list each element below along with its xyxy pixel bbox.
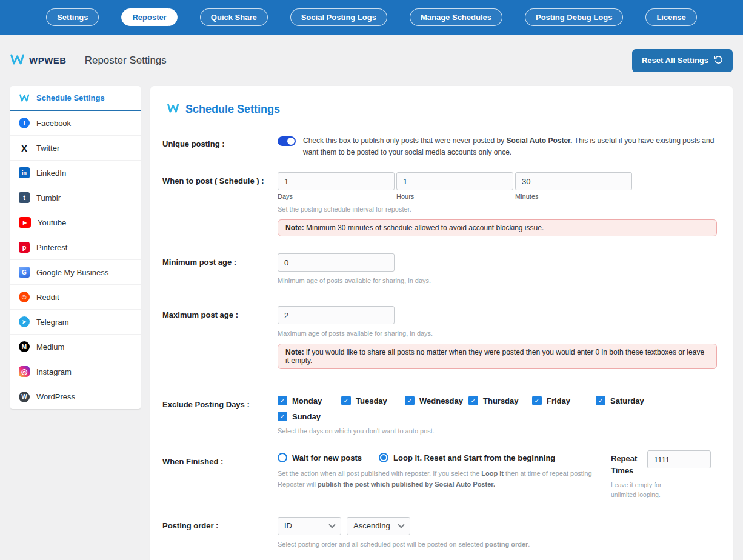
day-label: Friday [547,396,570,405]
direction-value: Ascending [353,521,390,530]
posting-order-row: Posting order : ID Ascending Select post… [162,517,717,548]
sidebar-item-pinterest[interactable]: p Pinterest [10,235,141,260]
topnav-item-manage-schedules[interactable]: Manage Schedules [410,8,502,26]
sidebar-item-label: Instagram [36,367,72,376]
maximum-post-age-row: Maximum post age : Maximum age of posts … [162,306,717,369]
topnav-item-reposter[interactable]: Reposter [121,8,177,26]
order-by-select[interactable]: ID [278,517,341,535]
checkbox-checked-icon: ✓ [405,396,415,405]
repeat-times-block: Repeat Times Leave it empty for unlimite… [611,450,717,500]
topnav-item-license[interactable]: License [645,8,696,26]
sidebar-item-schedule-settings[interactable]: Schedule Settings [10,86,141,111]
minimum-post-age-input[interactable] [278,253,395,272]
reddit-icon: ☺ [19,292,30,302]
reset-icon [714,55,723,66]
maximum-post-age-label: Maximum post age : [162,306,278,369]
wpweb-w-icon [19,93,30,104]
medium-icon: M [19,341,30,352]
schedule-settings-panel: Schedule Settings Unique posting : Check… [150,86,733,560]
radio-icon [278,453,287,462]
sidebar-item-label: Twitter [36,144,59,153]
unique-posting-description: Check this box to publish only posts tha… [303,135,717,158]
hours-unit-label: Hours [396,193,513,200]
checkbox-checked-icon: ✓ [532,396,542,405]
posting-order-label: Posting order : [162,517,278,548]
maximum-post-age-hint: Maximum age of posts available for shari… [278,330,717,337]
hours-input[interactable] [396,172,513,190]
order-by-value: ID [284,521,292,530]
minutes-input[interactable] [515,172,632,190]
day-label: Wednesday [419,396,463,405]
checkbox-tuesday[interactable]: ✓ Tuesday [341,396,405,405]
topnav-item-posting-debug-logs[interactable]: Posting Debug Logs [525,8,623,26]
checkbox-sunday[interactable]: ✓ Sunday [278,412,341,421]
radio-selected-icon [379,453,388,462]
day-label: Thursday [483,396,519,405]
settings-sidebar: Schedule Settings f Facebook X Twitter i… [10,86,141,409]
panel-title: Schedule Settings [167,103,717,116]
radio-loop-it[interactable]: Loop it. Reset and Start from the beginn… [379,453,555,462]
day-label: Monday [292,396,322,405]
exclude-posting-days-row: Exclude Posting Days : ✓ Monday ✓ Tuesda… [162,396,717,435]
exclude-posting-days-label: Exclude Posting Days : [162,396,278,435]
schedule-note: Note: Minimum 30 minutes of schedule all… [278,219,717,236]
sidebar-item-google-my-business[interactable]: G Google My Business [10,260,141,285]
exclude-days-hint: Select the days on which you don't want … [278,427,717,435]
sidebar-item-medium[interactable]: M Medium [10,335,141,359]
radio-label: Loop it. Reset and Start from the beginn… [393,453,555,462]
reset-all-settings-button[interactable]: Reset All Settings [632,49,733,72]
sidebar-item-instagram[interactable]: ◎ Instagram [10,359,141,384]
direction-select[interactable]: Ascending [347,517,410,535]
topnav-item-social-posting-logs[interactable]: Social Posting Logs [290,8,387,26]
minutes-unit-label: Minutes [515,193,632,200]
unique-posting-label: Unique posting : [162,135,278,158]
sidebar-item-label: Tumblr [36,193,61,202]
minimum-post-age-label: Minimum post age : [162,253,278,284]
sidebar-item-label: Reddit [36,293,59,302]
checkbox-friday[interactable]: ✓ Friday [532,396,596,405]
maximum-post-age-input[interactable] [278,306,395,324]
wpweb-w-icon [10,54,25,67]
chevron-down-icon [398,521,404,528]
sidebar-item-label: LinkedIn [36,168,66,178]
sidebar-item-youtube[interactable]: ▶ Youtube [10,210,141,235]
sidebar-item-label: Telegram [36,318,68,327]
top-navigation: Settings Reposter Quick Share Social Pos… [0,0,743,35]
sidebar-item-label: Schedule Settings [36,93,105,102]
when-finished-row: When Finished : Wait for new posts Loop … [162,453,717,500]
sidebar-item-label: Facebook [36,119,71,128]
sidebar-item-wordpress[interactable]: W WordPress [10,384,141,409]
unique-posting-row: Unique posting : Check this box to publi… [162,135,717,158]
maximum-post-age-note: Note: if you would like to share all pos… [278,344,717,369]
repeat-times-input[interactable] [647,450,711,468]
checkbox-thursday[interactable]: ✓ Thursday [468,396,532,405]
radio-wait-for-new-posts[interactable]: Wait for new posts [278,453,362,462]
sidebar-item-linkedin[interactable]: in LinkedIn [10,161,141,185]
sidebar-item-label: Pinterest [36,243,67,252]
topnav-item-quick-share[interactable]: Quick Share [200,8,268,26]
checkbox-checked-icon: ✓ [596,396,605,405]
sidebar-item-telegram[interactable]: ➤ Telegram [10,310,141,335]
tumblr-icon: t [19,192,30,203]
youtube-icon: ▶ [19,217,31,228]
sidebar-item-twitter[interactable]: X Twitter [10,136,141,161]
google-my-business-icon: G [19,267,30,278]
days-unit-label: Days [278,193,395,200]
linkedin-icon: in [19,167,30,178]
facebook-icon: f [19,118,30,128]
brand-text: WPWEB [29,55,67,65]
pinterest-icon: p [19,242,30,253]
checkbox-monday[interactable]: ✓ Monday [278,396,341,405]
unique-posting-toggle[interactable] [278,136,296,146]
checkbox-wednesday[interactable]: ✓ Wednesday [405,396,468,405]
when-finished-label: When Finished : [162,453,278,500]
radio-label: Wait for new posts [292,453,362,462]
day-label: Saturday [610,396,644,405]
topnav-item-settings[interactable]: Settings [46,8,99,26]
day-label: Sunday [292,412,321,421]
sidebar-item-reddit[interactable]: ☺ Reddit [10,285,141,310]
sidebar-item-tumblr[interactable]: t Tumblr [10,185,141,210]
sidebar-item-facebook[interactable]: f Facebook [10,111,141,136]
checkbox-saturday[interactable]: ✓ Saturday [596,396,644,405]
days-input[interactable] [278,172,395,190]
